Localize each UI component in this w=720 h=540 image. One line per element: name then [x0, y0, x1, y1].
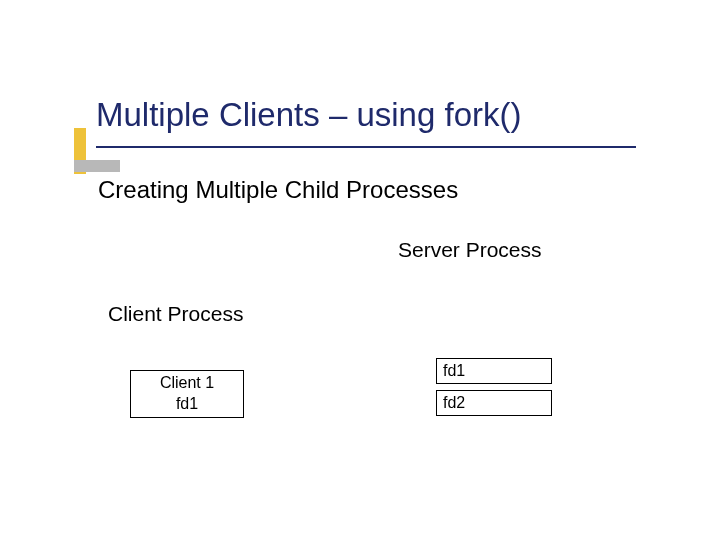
client-1-box: Client 1 fd1	[130, 370, 244, 418]
slide-title: Multiple Clients – using fork()	[96, 96, 522, 134]
title-underline	[96, 146, 636, 148]
slide-subtitle: Creating Multiple Child Processes	[98, 176, 458, 204]
client-1-fd: fd1	[131, 394, 243, 415]
deco-horizontal-bar	[74, 160, 120, 172]
fd2-box: fd2	[436, 390, 552, 416]
deco-vertical-bar	[74, 128, 86, 174]
client-1-name: Client 1	[131, 373, 243, 394]
title-bullet-decoration	[74, 128, 120, 174]
server-process-label: Server Process	[398, 238, 542, 262]
fd1-box: fd1	[436, 358, 552, 384]
client-process-label: Client Process	[108, 302, 243, 326]
